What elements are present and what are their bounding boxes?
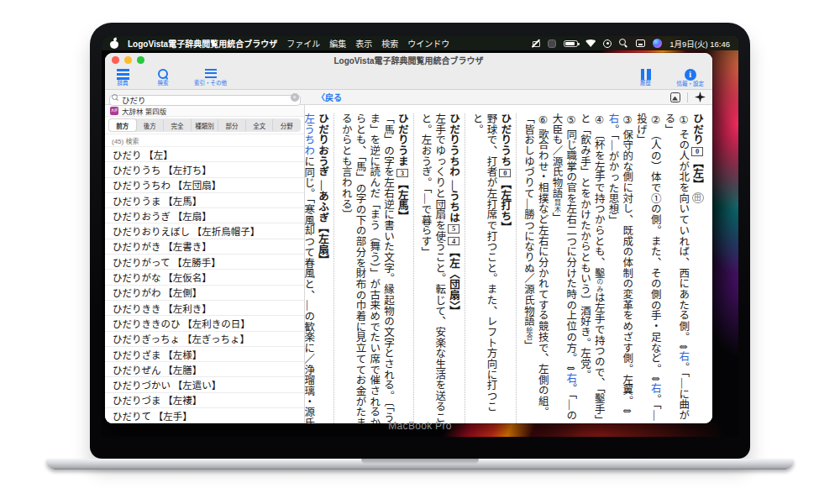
list-item[interactable]: ひだりづかい 【左遣い】 — [105, 377, 304, 392]
view-options-icon[interactable] — [670, 92, 680, 102]
list-item[interactable]: ひだりおうぎ 【左扇】 — [105, 208, 304, 223]
cross-reference-link[interactable]: 右 — [677, 351, 689, 362]
menu-item[interactable]: 編集 — [329, 37, 346, 50]
furigana-text: 賢木 — [554, 199, 561, 213]
input-source-icon[interactable] — [636, 39, 645, 47]
index-button[interactable]: 索引・その他 — [194, 69, 227, 87]
battery-icon[interactable] — [564, 40, 578, 47]
macbook-lid-notch — [361, 459, 479, 465]
list-item[interactable]: ひだりぎっちょ 【左ぎっちょ】 — [105, 332, 304, 347]
entry-text: ① その人が北を向いていれば、西にあたる側。⇕ — [677, 113, 689, 351]
menu-item[interactable]: ウインドウ — [407, 37, 449, 50]
app-toolbar: 辞典検索索引・その他 履歴i情報・設定 — [105, 67, 712, 90]
toolbar-label: 検索 — [158, 81, 169, 87]
menu-item[interactable]: 表示 — [355, 37, 372, 50]
pencil-slash-icon[interactable] — [531, 39, 540, 48]
toolbar-left-group: 辞典検索索引・その他 — [113, 69, 227, 87]
search-area: × — [105, 92, 305, 102]
search-mode-tabs-row: 前方後方完全種類別部分全文分野 — [105, 117, 304, 134]
tab-部分[interactable]: 部分 — [218, 119, 245, 131]
entry-text: ⑥ 歌合わせ・相撲など左右に分かれてする競技で、左側の組。「皆おしゆづりて―勝つ… — [522, 113, 549, 417]
crosshair-icon[interactable] — [695, 92, 706, 102]
cross-reference-link[interactable]: 右 — [649, 383, 661, 394]
list-item[interactable]: ひだりききのひ 【左利きの日】 — [105, 316, 304, 331]
siri-icon[interactable] — [653, 39, 662, 48]
search-mode-segmented-control: 前方後方完全種類別部分全文分野 — [108, 118, 301, 132]
entry-headword[interactable]: ひだりうま3【左馬】 — [395, 113, 409, 423]
active-app-name[interactable]: LogoVista電子辞典閲覧用統合ブラウザ — [128, 37, 277, 50]
toolbar-label: 辞典 — [118, 81, 129, 87]
tab-後方[interactable]: 後方 — [136, 119, 164, 131]
menu-bar-clock[interactable]: 1月9日(火) 16:46 — [669, 38, 730, 50]
entry-headword[interactable]: ひだりうちわ ―うちは54【左〈団扇〉】 — [446, 113, 460, 423]
list-item[interactable]: ひだりうち 【左打ち】 — [105, 162, 304, 177]
entry-text: ④ 〔杯を左手で持つからとも、鑿 — [593, 113, 605, 278]
toolbar-label: 履歴 — [640, 81, 651, 87]
dictionary-row[interactable]: 大辞林 大辞林 第四版 — [105, 105, 304, 117]
tab-種類別[interactable]: 種類別 — [191, 119, 218, 131]
entry-headword[interactable]: ひだり0【左】田 — [690, 113, 704, 423]
tab-完全[interactable]: 完全 — [163, 119, 191, 131]
list-item[interactable]: ひだりがわ 【左側】 — [105, 286, 304, 301]
dictionary-badge-icon: 大辞林 — [110, 107, 118, 115]
app-window: LogoVista電子辞典閲覧用統合ブラウザ 辞典検索索引・その他 履歴i情報・… — [105, 53, 712, 423]
dictionary-entry: ひだりうちわ ―うちは54【左〈団扇〉】左手でゆっくりと団扇を使うこと。転じて、… — [414, 113, 465, 423]
entry-sense: ⑥ 歌合わせ・相撲など左右に分かれてする競技で、左側の組。「皆おしゆづりて―勝つ… — [521, 113, 549, 423]
list-item[interactable]: ひだりがき 【左書き】 — [105, 239, 304, 255]
list-item[interactable]: ひだりうま 【左馬】 — [105, 193, 304, 208]
apple-menu-icon[interactable] — [110, 39, 118, 49]
toolbar-label: 情報・設定 — [677, 81, 705, 87]
result-count: (45) 検索 — [105, 134, 304, 147]
back-button[interactable]: 〈戻る — [317, 91, 342, 103]
list-item[interactable]: ひだりがな 【左仮名】 — [105, 270, 304, 285]
history-button[interactable]: 履歴 — [637, 69, 655, 87]
list-item[interactable]: ひだりづま 【左褄】 — [105, 393, 304, 408]
entry-text: ひだりうちわ ―うちは — [448, 113, 459, 223]
entry-sense: 左手でゆっくりと団扇を使うこと。転じて、安楽な生活を送ること。左おうぎ。「―で暮… — [418, 113, 447, 423]
menu-item[interactable]: 検索 — [381, 37, 398, 50]
nav-area: 〈戻る — [305, 91, 712, 103]
window-title-bar[interactable]: LogoVista電子辞典閲覧用統合ブラウザ — [105, 53, 712, 67]
status-icons — [531, 39, 662, 48]
tab-分野[interactable]: 分野 — [272, 119, 300, 131]
cross-reference-link[interactable]: 右 — [564, 373, 576, 384]
menu-item[interactable]: ファイル — [286, 37, 320, 50]
macbook-base — [46, 459, 794, 470]
entry-text: ひだり — [691, 113, 703, 145]
device-label: MacBook Pro — [102, 420, 738, 432]
entry-sense: 「馬」の字を左右逆に書いた文字。縁起物の文字とされる。〔「うま」を逆に読んだ「ま… — [339, 113, 395, 423]
list-item[interactable]: ひだりうちわ 【左団扇】 — [105, 178, 304, 193]
dictionaries-button[interactable]: 辞典 — [113, 69, 132, 87]
clear-search-icon[interactable]: × — [291, 93, 299, 102]
info-settings-button[interactable]: i情報・設定 — [677, 69, 705, 87]
cross-reference-link[interactable]: 左うちわ — [305, 113, 314, 156]
entry-content: ひだり0【左】田① その人が北を向いていれば、西にあたる側。⇕右。「―に曲がる」… — [305, 105, 712, 423]
list-item[interactable]: ひだりおりえぼし 【左折烏帽子】 — [105, 223, 304, 239]
list-item[interactable]: ひだり 【左】 — [105, 147, 304, 162]
entry-sense: 左うちわに同じ。「寒風却つて春風と、―の歓楽に／浄瑠璃・源氏冷泉節」 — [305, 113, 315, 423]
entry-grid-icon[interactable]: 田 — [692, 192, 704, 203]
spotlight-icon[interactable] — [619, 39, 628, 48]
entry-headword[interactable]: ひだりおうぎ ―あふぎ【左扇】 — [315, 113, 329, 423]
entry-headword[interactable]: ひだりうち0【左打ち】 — [498, 113, 512, 423]
search-button[interactable]: 検索 — [154, 69, 172, 87]
entry-sense: ④ 〔杯を左手で持つからとも、鑿のみは左手で持つので、「鑿手」と「飲み手」とをか… — [577, 113, 606, 423]
list-item[interactable]: ひだりぜん 【左膳】 — [105, 362, 304, 377]
entry-text: ② （人の）体で①の側。また、その側の手・足など。⇕ — [649, 113, 661, 383]
tab-前方[interactable]: 前方 — [109, 119, 136, 131]
list-item[interactable]: ひだりざま 【左様】 — [105, 347, 304, 362]
control-center-icon[interactable] — [603, 39, 612, 48]
tab-全文[interactable]: 全文 — [245, 119, 273, 131]
dictionary-entry: ひだりうま3【左馬】「馬」の字を左右逆に書いた文字。縁起物の文字とされる。〔「う… — [334, 113, 414, 423]
ink-dark-icon[interactable] — [548, 39, 556, 48]
cross-reference-link[interactable]: 右 — [607, 113, 619, 124]
list-item[interactable]: ひだりがって 【左勝手】 — [105, 255, 304, 270]
entry-text: 【左〈団扇〉】 — [448, 247, 459, 317]
list-item[interactable]: ひだりきき 【左利き】 — [105, 301, 304, 316]
wifi-icon[interactable] — [585, 39, 596, 47]
dictionary-entry: ひだりおうぎ ―あふぎ【左扇】左うちわに同じ。「寒風却つて春風と、―の歓楽に／浄… — [305, 113, 334, 423]
entry-text: ひだりうち — [499, 113, 511, 167]
accent-number-box: 0 — [691, 147, 703, 156]
search-input[interactable] — [109, 95, 301, 106]
macbook-screen: LogoVista電子辞典閲覧用統合ブラウザ ファイル編集表示検索ウインドウ 1… — [102, 36, 738, 437]
